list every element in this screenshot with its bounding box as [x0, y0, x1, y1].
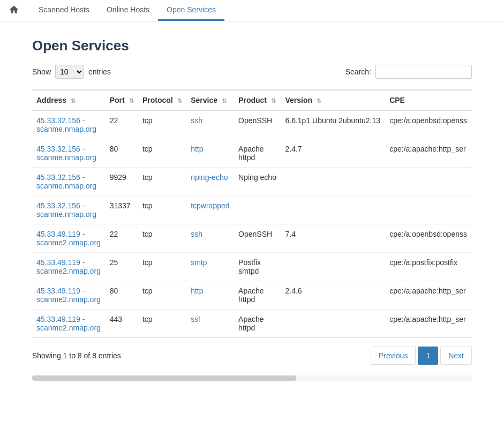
service-link[interactable]: ssl — [191, 315, 200, 323]
cell-service: http — [186, 281, 234, 310]
cell-version — [281, 168, 385, 196]
cell-product: OpenSSH — [234, 224, 281, 253]
sort-port-icon[interactable]: ⇅ — [129, 97, 134, 104]
showing-to: 8 — [78, 351, 82, 360]
cell-address: 45.33.49.119 -scanme2.nmap.org — [32, 310, 106, 338]
hostname-link[interactable]: scanme.nmap.org — [36, 182, 96, 190]
services-table: Address ⇅ Port ⇅ Protocol ⇅ Service ⇅ Pr… — [32, 89, 472, 338]
table-row: 45.33.32.156 -scanme.nmap.org31337tcptcp… — [32, 196, 472, 224]
hostname-link[interactable]: scanme2.nmap.org — [36, 238, 101, 247]
showing-to-label: to — [67, 351, 77, 360]
cell-product: Apachehttpd — [234, 281, 281, 310]
service-link[interactable]: ssh — [191, 116, 202, 125]
sort-protocol-icon[interactable]: ⇅ — [177, 97, 182, 104]
service-link[interactable]: nping-echo — [191, 173, 228, 182]
hostname-link[interactable]: scanme.nmap.org — [36, 153, 96, 162]
showing-total: 8 — [92, 351, 96, 360]
sort-product-icon[interactable]: ⇅ — [271, 97, 276, 104]
showing-of-label: of — [82, 351, 92, 360]
hostname-link[interactable]: scanme.nmap.org — [36, 210, 96, 219]
search-label: Search: — [345, 67, 371, 76]
col-product: Product ⇅ — [234, 90, 281, 110]
address-link[interactable]: 45.33.49.119 - — [36, 315, 85, 323]
cell-port: 31337 — [106, 196, 138, 224]
hostname-link[interactable]: scanme2.nmap.org — [36, 323, 101, 332]
address-link[interactable]: 45.33.32.156 - — [36, 116, 85, 125]
cell-cpe: cpe:/a:apache:http_ser — [385, 281, 472, 310]
cell-cpe — [385, 196, 472, 224]
cell-port: 22 — [106, 224, 138, 253]
address-link[interactable]: 45.33.49.119 - — [36, 230, 85, 238]
nav-open-services[interactable]: Open Services — [158, 0, 224, 21]
cell-cpe — [385, 168, 472, 196]
service-link[interactable]: smtp — [191, 258, 207, 267]
show-label: Show — [32, 67, 51, 76]
sort-address-icon[interactable]: ⇅ — [71, 97, 76, 104]
cell-cpe: cpe:/a:postfix:postfix — [385, 253, 472, 281]
cell-address: 45.33.32.156 -scanme.nmap.org — [32, 196, 106, 224]
address-link[interactable]: 45.33.49.119 - — [36, 287, 85, 295]
service-link[interactable]: tcpwrapped — [191, 201, 229, 210]
brand-logo[interactable] — [9, 4, 19, 17]
previous-button[interactable]: Previous — [371, 347, 416, 365]
page-1-button[interactable]: 1 — [418, 347, 438, 365]
pagination-area: Showing 1 to 8 of 8 entries Previous 1 N… — [32, 347, 472, 365]
table-row: 45.33.49.119 -scanme2.nmap.org443tcpsslA… — [32, 310, 472, 338]
service-link[interactable]: ssh — [191, 230, 202, 238]
cell-service: ssh — [186, 110, 234, 139]
entries-select[interactable]: 10 25 50 100 — [55, 65, 84, 79]
cell-address: 45.33.32.156 -scanme.nmap.org — [32, 110, 106, 139]
col-cpe: CPE — [385, 90, 472, 110]
col-protocol: Protocol ⇅ — [138, 90, 186, 110]
address-link[interactable]: 45.33.32.156 - — [36, 201, 85, 210]
hostname-link[interactable]: scanme2.nmap.org — [36, 295, 101, 304]
cell-port: 80 — [106, 139, 138, 168]
cell-address: 45.33.32.156 -scanme.nmap.org — [32, 139, 106, 168]
table-row: 45.33.32.156 -scanme.nmap.org9929tcpnpin… — [32, 168, 472, 196]
cell-address: 45.33.49.119 -scanme2.nmap.org — [32, 281, 106, 310]
cell-protocol: tcp — [138, 281, 186, 310]
cell-address: 45.33.49.119 -scanme2.nmap.org — [32, 253, 106, 281]
search-area: Search: — [345, 65, 472, 79]
cell-protocol: tcp — [138, 168, 186, 196]
service-link[interactable]: http — [191, 287, 203, 295]
cell-protocol: tcp — [138, 310, 186, 338]
table-row: 45.33.32.156 -scanme.nmap.org80tcphttpAp… — [32, 139, 472, 168]
col-version: Version ⇅ — [281, 90, 385, 110]
showing-prefix: Showing — [32, 351, 63, 360]
cell-version: 6.6.1p1 Ubuntu 2ubuntu2.13 — [281, 110, 385, 139]
page-title: Open Services — [32, 37, 472, 54]
service-link[interactable]: http — [191, 145, 203, 153]
sort-service-icon[interactable]: ⇅ — [222, 97, 227, 104]
horizontal-scrollbar[interactable] — [32, 375, 472, 381]
nav-online-hosts[interactable]: Online Hosts — [98, 0, 158, 21]
pagination-controls: Previous 1 Next — [371, 347, 472, 365]
nav-links: Scanned Hosts Online Hosts Open Services — [30, 0, 224, 21]
hostname-link[interactable]: scanme.nmap.org — [36, 125, 96, 133]
cell-service: tcpwrapped — [186, 196, 234, 224]
cell-service: nping-echo — [186, 168, 234, 196]
showing-suffix: entries — [96, 351, 121, 360]
cell-cpe: cpe:/a:openbsd:openss — [385, 110, 472, 139]
hostname-link[interactable]: scanme2.nmap.org — [36, 267, 101, 275]
cell-version: 2.4.6 — [281, 281, 385, 310]
next-button[interactable]: Next — [440, 347, 472, 365]
address-link[interactable]: 45.33.32.156 - — [36, 145, 85, 153]
table-controls: Show 10 25 50 100 entries Search: — [32, 65, 472, 79]
table-row: 45.33.49.119 -scanme2.nmap.org80tcphttpA… — [32, 281, 472, 310]
table-body: 45.33.32.156 -scanme.nmap.org22tcpsshOpe… — [32, 110, 472, 338]
search-input[interactable] — [375, 65, 472, 79]
cell-service: smtp — [186, 253, 234, 281]
cell-product — [234, 196, 281, 224]
cell-product: Apachehttpd — [234, 310, 281, 338]
sort-version-icon[interactable]: ⇅ — [317, 97, 321, 104]
cell-version: 2.4.7 — [281, 139, 385, 168]
cell-port: 9929 — [106, 168, 138, 196]
pagination-info: Showing 1 to 8 of 8 entries — [32, 351, 121, 360]
cell-cpe: cpe:/a:openbsd:openss — [385, 224, 472, 253]
cell-version — [281, 196, 385, 224]
nav-scanned-hosts[interactable]: Scanned Hosts — [30, 0, 98, 21]
address-link[interactable]: 45.33.32.156 - — [36, 173, 85, 182]
main-content: Open Services Show 10 25 50 100 entries … — [0, 21, 504, 397]
address-link[interactable]: 45.33.49.119 - — [36, 258, 85, 267]
